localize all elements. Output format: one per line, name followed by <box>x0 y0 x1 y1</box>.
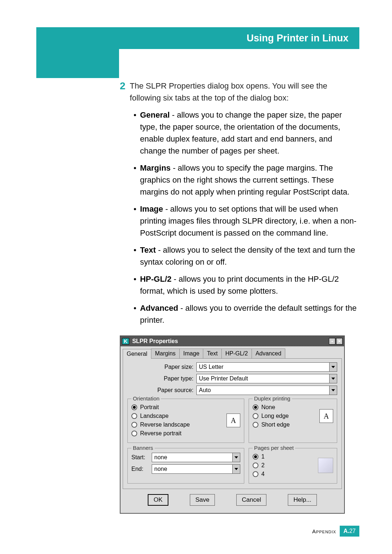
step-intro-line2: following six tabs at the top of the dia… <box>130 92 327 104</box>
bullet-dot: • <box>134 273 136 297</box>
dialog-tabs: General Margins Image Text HP-GL/2 Advan… <box>123 349 342 359</box>
slpr-properties-dialog: K SLPR Properties ▪ ✕ General Margins Im… <box>120 335 345 514</box>
help-button[interactable]: Help... <box>288 494 317 506</box>
banners-end-label: End: <box>131 466 152 472</box>
orientation-legend: Orientation <box>131 395 161 402</box>
bullet-item: •HP-GL/2 - allows you to print documents… <box>134 273 359 297</box>
ok-button[interactable]: OK <box>148 494 168 506</box>
chevron-down-icon[interactable] <box>232 464 240 474</box>
banners-start-select[interactable]: none <box>152 453 240 462</box>
page-title: Using Printer in Linux <box>246 33 348 44</box>
pps-1[interactable]: 1 <box>253 453 312 460</box>
banners-legend: Banners <box>131 445 155 451</box>
duplex-legend: Duplex printing <box>253 395 292 402</box>
bullet-text: HP-GL/2 - allows you to print documents … <box>140 273 359 297</box>
bullet-text: Image - allows you to set options that w… <box>140 203 359 239</box>
banners-group: Banners Start: none End: <box>127 448 244 484</box>
orientation-reverse-landscape[interactable]: Reverse landscape <box>131 421 221 428</box>
paper-type-label: Paper type: <box>127 375 196 382</box>
tab-advanced[interactable]: Advanced <box>252 349 285 358</box>
paper-size-label: Paper size: <box>127 364 196 370</box>
footer-section-label: Appendix <box>312 528 336 534</box>
orientation-portrait[interactable]: Portrait <box>131 404 221 411</box>
banners-end-select[interactable]: none <box>152 464 240 474</box>
bullet-dot: • <box>134 109 136 157</box>
chevron-down-icon[interactable] <box>329 386 337 395</box>
cancel-button[interactable]: Cancel <box>236 494 266 506</box>
banners-start-label: Start: <box>131 454 152 461</box>
orientation-reverse-portrait[interactable]: Reverse portrait <box>131 430 221 437</box>
header-accent-block <box>36 27 119 49</box>
bullet-item: •Text - allows you to select the density… <box>134 244 359 268</box>
banners-start-value: none <box>152 453 232 462</box>
paper-source-select[interactable]: Auto <box>196 386 337 395</box>
tab-hpgl2[interactable]: HP-GL/2 <box>221 349 252 358</box>
bullet-dot: • <box>134 244 136 268</box>
paper-source-label: Paper source: <box>127 387 196 394</box>
footer-page-badge: A.27 <box>340 526 359 537</box>
minimize-icon[interactable]: ▪ <box>329 338 335 345</box>
bullet-dot: • <box>134 203 136 239</box>
paper-size-value: US Letter <box>196 362 329 372</box>
bullet-item: •Advanced - allows you to override the d… <box>134 302 359 326</box>
bullet-text: General - allows you to change the paper… <box>140 109 359 157</box>
bullet-text: Margins - allows you to specify the page… <box>140 162 359 198</box>
header-bar: Using Printer in Linux <box>119 27 359 49</box>
duplex-preview: A <box>319 409 333 423</box>
banners-end-value: none <box>152 464 232 474</box>
bullet-item: •Margins - allows you to specify the pag… <box>134 162 359 198</box>
paper-source-value: Auto <box>196 386 329 395</box>
orientation-landscape[interactable]: Landscape <box>131 413 221 419</box>
close-icon[interactable]: ✕ <box>336 338 343 345</box>
tab-margins[interactable]: Margins <box>151 349 180 358</box>
chevron-down-icon[interactable] <box>232 453 240 462</box>
duplex-group: Duplex printing None Long edge Short edg… <box>249 399 337 443</box>
tab-general[interactable]: General <box>123 349 151 359</box>
orientation-preview: A <box>226 414 240 427</box>
orientation-group: Orientation Portrait Landscape Reverse l… <box>127 399 244 443</box>
pps-preview-icon <box>318 458 333 473</box>
pps-2[interactable]: 2 <box>253 462 312 469</box>
paper-type-value: Use Printer Default <box>196 374 329 383</box>
paper-type-select[interactable]: Use Printer Default <box>196 374 337 383</box>
chevron-down-icon[interactable] <box>329 374 337 383</box>
duplex-none[interactable]: None <box>253 404 314 411</box>
bullet-dot: • <box>134 162 136 198</box>
bullet-dot: • <box>134 302 136 326</box>
paper-size-select[interactable]: US Letter <box>196 362 337 372</box>
chevron-down-icon[interactable] <box>329 362 337 372</box>
pps-4[interactable]: 4 <box>253 471 312 477</box>
step-intro-line1: The SLPR Properties dialog box opens. Yo… <box>130 80 327 92</box>
bullet-text: Text - allows you to select the density … <box>140 244 359 268</box>
step-number: 2 <box>120 80 126 92</box>
bullet-item: •Image - allows you to set options that … <box>134 203 359 239</box>
duplex-long-edge[interactable]: Long edge <box>253 413 314 419</box>
duplex-short-edge[interactable]: Short edge <box>253 421 314 428</box>
sidebar-accent <box>36 49 119 78</box>
tab-text[interactable]: Text <box>203 349 221 358</box>
pps-legend: Pages per sheet <box>253 445 295 451</box>
tab-image[interactable]: Image <box>179 349 203 358</box>
bullet-text: Advanced - allows you to override the de… <box>140 302 359 326</box>
save-button[interactable]: Save <box>190 494 215 506</box>
dialog-titlebar[interactable]: K SLPR Properties ▪ ✕ <box>121 336 344 346</box>
pages-per-sheet-group: Pages per sheet 1 2 4 <box>249 448 337 484</box>
dialog-title: SLPR Properties <box>132 338 329 345</box>
app-icon: K <box>122 338 129 345</box>
bullet-item: •General - allows you to change the pape… <box>134 109 359 157</box>
